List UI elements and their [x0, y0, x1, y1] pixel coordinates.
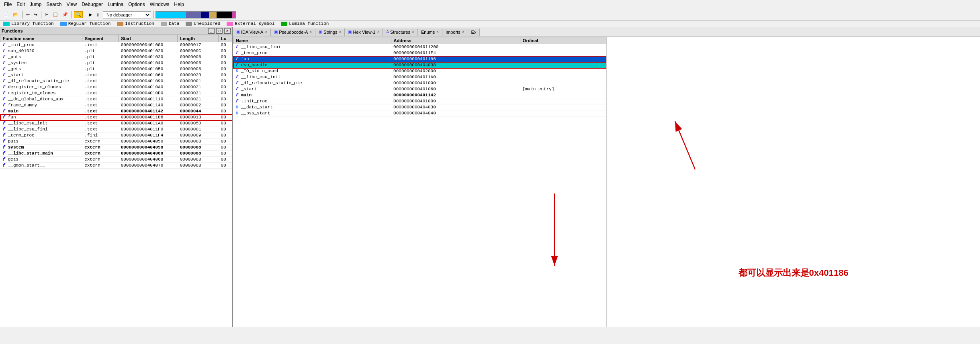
table-row[interactable]: f system extern 0000000000404058 0000000… — [0, 145, 232, 151]
table-row[interactable]: f fun .text 0000000000401186 00000013 00 — [0, 114, 232, 120]
toolbar-pause[interactable]: ⏸ — [94, 12, 102, 18]
toolbar-run[interactable]: ▶ — [87, 11, 94, 18]
table-row[interactable]: f .init_proc 0000000000401000 — [233, 98, 606, 104]
col-header-name[interactable]: Function name — [0, 35, 82, 42]
table-row[interactable]: D __bss_start 0000000000404040 — [233, 110, 606, 116]
tab-imports[interactable]: Imports × — [442, 28, 468, 36]
toolbar-copy[interactable]: 📋 — [51, 11, 60, 18]
menu-file[interactable]: File — [2, 1, 14, 8]
table-row[interactable]: f _gets .plt 0000000000401050 00000006 0… — [0, 66, 232, 72]
table-row[interactable]: f __libc_csu_fini 00000000004011200 — [233, 44, 606, 50]
tab-pseudocode[interactable]: ▣ Pseudocode-A × — [271, 28, 315, 36]
table-row[interactable]: f __libc_start_main extern 0000000000404… — [0, 151, 232, 157]
debugger-selector[interactable]: No debugger — [103, 11, 151, 18]
menu-debugger[interactable]: Debugger — [79, 1, 105, 8]
tab-ex[interactable]: Ex — [468, 28, 480, 36]
table-row[interactable]: f __libc_csu_fini .text 00000000004011F0… — [0, 126, 232, 132]
tab-strings[interactable]: ▣ Strings × — [315, 28, 345, 36]
toolbar-cut[interactable]: ✂ — [43, 11, 50, 18]
toolbar-paste[interactable]: 📌 — [61, 11, 70, 18]
table-row[interactable]: f frame_dummy .text 0000000000401140 000… — [0, 102, 232, 108]
table-row[interactable]: D _IO_stdin_used 0000000000402000 — [233, 68, 606, 74]
menu-edit[interactable]: Edit — [14, 1, 27, 8]
table-row[interactable]: f deregister_tm_clones .text 00000000004… — [0, 84, 232, 90]
cell-import-addr: 0000000000402000 — [391, 68, 520, 74]
cell-length: 0000002B — [178, 72, 219, 78]
table-row[interactable]: f __libc_csu_init .text 00000000004011A0… — [0, 120, 232, 126]
panel-close[interactable]: × — [224, 28, 231, 34]
menu-lumina[interactable]: Lumina — [105, 1, 126, 8]
tab-ida-view-icon: ▣ — [236, 30, 240, 34]
legend-instruction-label: Instruction — [125, 21, 154, 26]
table-row[interactable]: f main 0000000000401142 — [233, 92, 606, 98]
menu-windows[interactable]: Windows — [147, 1, 172, 8]
tab-strings-close[interactable]: × — [339, 30, 342, 34]
col-header-lc[interactable]: Lc — [219, 35, 232, 42]
toolbar-new[interactable]: 📄 — [2, 11, 10, 18]
table-row[interactable]: f _term_proc 00000000004011F4 — [233, 50, 606, 56]
table-row[interactable]: f _init_proc .init 0000000000401000 0000… — [0, 42, 232, 48]
col-header-import-name[interactable]: Name — [233, 37, 391, 44]
table-row[interactable]: f main .text 0000000000401142 00000044 0… — [0, 108, 232, 114]
table-row[interactable]: f _start .text 0000000000401060 0000002B… — [0, 72, 232, 78]
menu-jump[interactable]: Jump — [27, 1, 44, 8]
table-row[interactable]: f __gmon_start__ extern 0000000000404070… — [0, 163, 232, 169]
tab-pseudocode-icon: ▣ — [274, 30, 278, 34]
tab-structures[interactable]: A Structures × — [383, 28, 418, 36]
table-row[interactable]: f _dl_relocate_static_pie .text 00000000… — [0, 78, 232, 84]
table-row[interactable]: f _term_proc .fini 00000000004011F4 0000… — [0, 132, 232, 138]
cell-import-ord: [main entry] — [520, 86, 606, 92]
tab-ida-view-close[interactable]: × — [265, 30, 267, 34]
table-row[interactable]: f fun 0000000000401186 — [233, 56, 606, 62]
imports-table-container[interactable]: Name Address Ordinal f __libc_csu_fini 0… — [233, 37, 607, 327]
table-row[interactable]: f puts extern 0000000000404050 00000008 … — [0, 138, 232, 145]
table-row[interactable]: f dso_handle 0000000000404038 — [233, 62, 606, 68]
cell-import-name: f main — [233, 92, 391, 98]
cell-length: 00000008 — [178, 138, 219, 145]
table-row[interactable]: f _system .plt 0000000000401040 00000006… — [0, 60, 232, 66]
right-panel: ▣ IDA View-A × ▣ Pseudocode-A × ▣ String… — [233, 27, 980, 327]
cell-length: 00000017 — [178, 42, 219, 48]
table-row[interactable]: f sub_401020 .plt 0000000000401020 00000… — [0, 48, 232, 54]
cell-length: 00000006 — [178, 60, 219, 66]
col-header-start[interactable]: Start — [119, 35, 178, 42]
cell-length: 00000021 — [178, 84, 219, 90]
menu-view[interactable]: View — [64, 1, 79, 8]
toolbar-open[interactable]: 📂 — [11, 11, 20, 18]
col-header-import-addr[interactable]: Address — [391, 37, 520, 44]
toolbar-search[interactable]: 🔍 — [74, 11, 83, 18]
cell-start: 0000000000404050 — [119, 138, 178, 145]
tab-pseudocode-close[interactable]: × — [309, 30, 312, 34]
table-row[interactable]: f __libc_csu_init 00000000004011A0 — [233, 74, 606, 80]
col-header-segment[interactable]: Segment — [82, 35, 119, 42]
table-row[interactable]: f gets extern 0000000000404068 00000008 … — [0, 157, 232, 163]
tab-hex-close[interactable]: × — [377, 30, 379, 34]
menu-help[interactable]: Help — [172, 1, 186, 8]
table-row[interactable]: f __do_global_dtors_aux .text 0000000000… — [0, 96, 232, 102]
menu-search[interactable]: Search — [44, 1, 64, 8]
table-row[interactable]: f _puts .plt 0000000000401030 00000006 0… — [0, 54, 232, 60]
functions-table-container[interactable]: Function name Segment Start Length Lc f … — [0, 35, 232, 327]
cell-segment: .text — [82, 90, 119, 96]
cell-import-name: f _start — [233, 86, 391, 92]
panel-minimize[interactable]: _ — [208, 28, 215, 34]
table-row[interactable]: f register_tm_clones .text 0000000000401… — [0, 90, 232, 96]
func-icon: f — [3, 157, 6, 162]
tab-enums[interactable]: Enums × — [418, 28, 442, 36]
menu-options[interactable]: Options — [126, 1, 147, 8]
toolbar-redo[interactable]: ↪ — [32, 11, 39, 18]
toolbar-undo[interactable]: ↩ — [25, 11, 31, 18]
cell-start: 0000000000401110 — [119, 96, 178, 102]
table-row[interactable]: f _dl_relocate_static_pie 00000000004010… — [233, 80, 606, 86]
col-header-import-ord[interactable]: Ordinal — [520, 37, 606, 44]
tab-imports-close[interactable]: × — [462, 30, 464, 34]
tab-enums-close[interactable]: × — [436, 30, 439, 34]
tab-hex-view[interactable]: ▣ Hex View-1 × — [345, 28, 383, 36]
col-header-length[interactable]: Length — [178, 35, 219, 42]
tab-ida-view[interactable]: ▣ IDA View-A × — [233, 28, 271, 36]
tab-structures-close[interactable]: × — [412, 30, 414, 34]
cell-name: f _gets — [0, 66, 82, 72]
table-row[interactable]: D __data_start 0000000000404030 — [233, 104, 606, 110]
table-row[interactable]: f _start 0000000000401060 [main entry] — [233, 86, 606, 92]
panel-maximize[interactable]: □ — [216, 28, 223, 34]
